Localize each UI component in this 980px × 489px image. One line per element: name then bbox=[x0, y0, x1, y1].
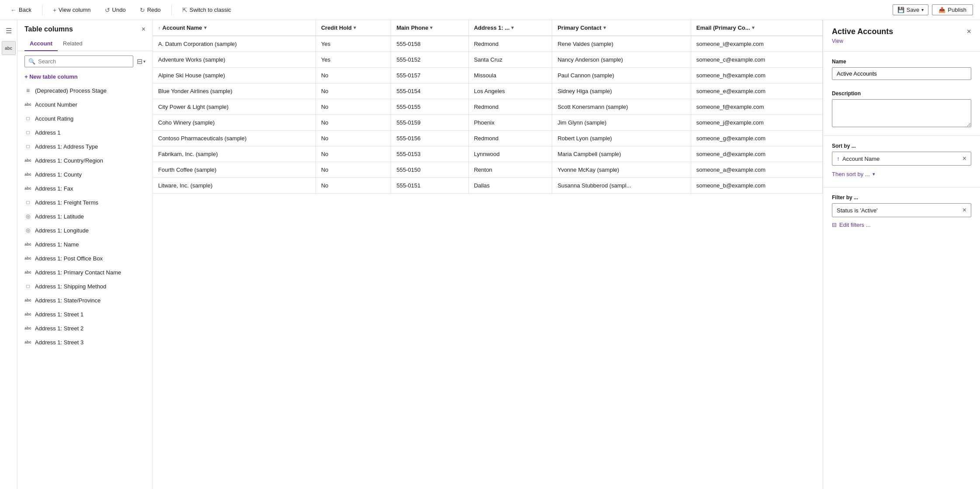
back-icon: ← bbox=[10, 7, 17, 14]
table-header-main-phone[interactable]: Main Phone▾ bbox=[391, 20, 468, 36]
edit-filters-label: Edit filters ... bbox=[839, 222, 871, 228]
publish-label: Publish bbox=[948, 7, 966, 13]
filter-button[interactable]: ⊟ ▾ bbox=[137, 57, 145, 66]
back-button[interactable]: ← Back bbox=[7, 5, 35, 15]
column-list-item-address-1-street-1[interactable]: abcAddress 1: Street 1 bbox=[17, 307, 152, 321]
column-list-item-address-1-name[interactable]: abcAddress 1: Name bbox=[17, 237, 152, 251]
table-cell-email: someone_c@example.com bbox=[691, 52, 822, 68]
undo-label: Undo bbox=[112, 7, 126, 13]
rp-description-textarea[interactable] bbox=[832, 99, 971, 127]
column-list-item-address-1-country[interactable]: abcAddress 1: Country/Region bbox=[17, 153, 152, 167]
table-row[interactable]: Alpine Ski House (sample)No555-0157Misso… bbox=[153, 68, 823, 83]
table-row[interactable]: City Power & Light (sample)No555-0155Red… bbox=[153, 99, 823, 115]
hamburger-menu-button[interactable]: ☰ bbox=[2, 24, 16, 38]
table-cell-credit_hold: No bbox=[315, 83, 391, 99]
center-area[interactable]: ↑Account Name▾Credit Hold▾Main Phone▾Add… bbox=[153, 20, 823, 489]
column-list-item-address-1-shipping-method[interactable]: □Address 1: Shipping Method bbox=[17, 279, 152, 293]
rp-divider-1 bbox=[823, 51, 980, 52]
save-button[interactable]: 💾 Save ▾ bbox=[893, 4, 929, 15]
right-panel: Active Accounts × View Name Description … bbox=[823, 20, 980, 489]
table-cell-primary_contact: Scott Konersmann (sample) bbox=[552, 99, 691, 115]
search-box: 🔍 bbox=[24, 55, 133, 67]
table-header-credit-hold[interactable]: Credit Hold▾ bbox=[315, 20, 391, 36]
sort-by-row[interactable]: ↑ Account Name × bbox=[832, 152, 971, 166]
view-column-button[interactable]: + View column bbox=[49, 5, 94, 15]
table-cell-credit_hold: No bbox=[315, 131, 391, 146]
column-list-item-address-1-state[interactable]: abcAddress 1: State/Province bbox=[17, 293, 152, 307]
undo-button[interactable]: ↺ Undo bbox=[101, 5, 129, 15]
column-list-item-address-1-longitude[interactable]: ◎Address 1: Longitude bbox=[17, 223, 152, 237]
table-header-email[interactable]: Email (Primary Co...▾ bbox=[691, 20, 822, 36]
abc-field-icon: abc bbox=[24, 185, 31, 192]
rp-sort-label: Sort by ... bbox=[832, 143, 971, 149]
column-list-item-address-1-fax[interactable]: abcAddress 1: Fax bbox=[17, 181, 152, 195]
column-list-item-label: Address 1: Freight Terms bbox=[35, 199, 98, 206]
redo-button[interactable]: ↻ Redo bbox=[136, 5, 164, 15]
table-header-primary-contact[interactable]: Primary Contact▾ bbox=[552, 20, 691, 36]
column-list-item-address-1-po-box[interactable]: abcAddress 1: Post Office Box bbox=[17, 251, 152, 265]
table-row[interactable]: Litware, Inc. (sample)No555-0151DallasSu… bbox=[153, 178, 823, 194]
sort-column-label: Account Name bbox=[842, 156, 960, 162]
column-list-item-address-1-county[interactable]: abcAddress 1: County bbox=[17, 167, 152, 181]
table-cell-main_phone: 555-0158 bbox=[391, 36, 468, 52]
rp-view-link[interactable]: View bbox=[823, 38, 980, 49]
rp-name-input[interactable] bbox=[832, 67, 971, 80]
sort-clear-button[interactable]: × bbox=[963, 155, 966, 163]
column-list-item-address-1-latitude[interactable]: ◎Address 1: Latitude bbox=[17, 209, 152, 223]
rp-name-label: Name bbox=[832, 59, 971, 65]
abc-field-icon: abc bbox=[24, 101, 31, 108]
rp-close-button[interactable]: × bbox=[966, 27, 971, 36]
column-list-item-label: Account Rating bbox=[35, 115, 73, 122]
topbar: ← Back + View column ↺ Undo ↻ Redo ⇱ Swi… bbox=[0, 0, 980, 20]
filter-chip[interactable]: Status is 'Active' × bbox=[832, 203, 971, 217]
table-cell-account_name: A. Datum Corporation (sample) bbox=[153, 36, 315, 52]
column-list-item-account-number[interactable]: abcAccount Number bbox=[17, 97, 152, 111]
then-sort-row[interactable]: Then sort by ... ▾ bbox=[832, 168, 971, 180]
table-cell-credit_hold: No bbox=[315, 68, 391, 83]
left-panel-close-button[interactable]: × bbox=[142, 25, 145, 33]
publish-button[interactable]: 📤 Publish bbox=[932, 4, 973, 15]
filter-chip-label: Status is 'Active' bbox=[837, 207, 960, 214]
tab-account[interactable]: Account bbox=[24, 37, 58, 51]
table-row[interactable]: Blue Yonder Airlines (sample)No555-0154L… bbox=[153, 83, 823, 99]
column-list-item-deprecated-process-stage[interactable]: ≡(Deprecated) Process Stage bbox=[17, 83, 152, 97]
sort-asc-indicator: ↑ bbox=[158, 25, 161, 31]
table-row[interactable]: Coho Winery (sample)No555-0159PhoenixJim… bbox=[153, 115, 823, 131]
table-cell-primary_contact: Maria Campbell (sample) bbox=[552, 146, 691, 162]
rp-name-section: Name bbox=[823, 53, 980, 85]
rp-divider-2 bbox=[823, 135, 980, 136]
column-list-item-account-rating[interactable]: □Account Rating bbox=[17, 111, 152, 125]
switch-classic-button[interactable]: ⇱ Switch to classic bbox=[179, 5, 235, 15]
new-table-column-button[interactable]: + New table column bbox=[17, 72, 152, 83]
column-list-item-address-1[interactable]: □Address 1 bbox=[17, 125, 152, 139]
table-row[interactable]: Adventure Works (sample)Yes555-0152Santa… bbox=[153, 52, 823, 68]
table-row[interactable]: A. Datum Corporation (sample)Yes555-0158… bbox=[153, 36, 823, 52]
table-header-account-name[interactable]: ↑Account Name▾ bbox=[153, 20, 315, 36]
table-cell-email: someone_d@example.com bbox=[691, 146, 822, 162]
column-list-item-address-1-street-2[interactable]: abcAddress 1: Street 2 bbox=[17, 321, 152, 335]
abc-field-icon: abc bbox=[24, 255, 31, 262]
table-cell-credit_hold: No bbox=[315, 178, 391, 194]
abc-field-icon: abc bbox=[24, 269, 31, 276]
table-header-address[interactable]: Address 1: ...▾ bbox=[468, 20, 552, 36]
column-list-item-address-1-primary-contact[interactable]: abcAddress 1: Primary Contact Name bbox=[17, 265, 152, 279]
column-list-item-address-1-address-type[interactable]: □Address 1: Address Type bbox=[17, 139, 152, 153]
table-row[interactable]: Contoso Pharmaceuticals (sample)No555-01… bbox=[153, 131, 823, 146]
table-cell-main_phone: 555-0155 bbox=[391, 99, 468, 115]
table-cell-credit_hold: No bbox=[315, 99, 391, 115]
column-list-item-address-1-freight-terms[interactable]: □Address 1: Freight Terms bbox=[17, 195, 152, 209]
table-row[interactable]: Fabrikam, Inc. (sample)No555-0153Lynnwoo… bbox=[153, 146, 823, 162]
table-cell-primary_contact: Rene Valdes (sample) bbox=[552, 36, 691, 52]
column-list-item-address-1-street-3[interactable]: abcAddress 1: Street 3 bbox=[17, 335, 152, 349]
tab-related[interactable]: Related bbox=[58, 37, 88, 51]
th-chevron-icon: ▾ bbox=[204, 25, 207, 31]
table-cell-email: someone_a@example.com bbox=[691, 162, 822, 178]
search-input[interactable] bbox=[38, 58, 129, 65]
column-list-item-label: Address 1: Primary Contact Name bbox=[35, 269, 121, 276]
filter-chip-clear-button[interactable]: × bbox=[963, 206, 966, 214]
table-row[interactable]: Fourth Coffee (sample)No555-0150RentonYv… bbox=[153, 162, 823, 178]
table-cell-main_phone: 555-0154 bbox=[391, 83, 468, 99]
table-cell-main_phone: 555-0151 bbox=[391, 178, 468, 194]
abc-icon-button[interactable]: abc bbox=[2, 41, 16, 55]
edit-filters-button[interactable]: ⊟ Edit filters ... bbox=[832, 220, 871, 230]
